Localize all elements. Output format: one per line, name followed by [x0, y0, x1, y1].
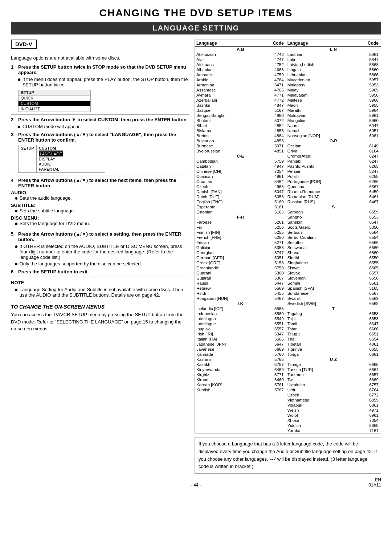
step-5-bullet-2: ● Only the languages supported by the di… — [15, 261, 189, 267]
lang-name-left: Frisian — [195, 240, 259, 245]
lang-name-right: Nepali — [286, 128, 354, 133]
table-row: Azerbaijani4772Maltese5966 — [195, 98, 381, 103]
right-column: Language Code Language Code A-BL-NAbkhaz… — [195, 40, 381, 474]
lang-code-left: 7254 — [259, 169, 286, 174]
lang-name-left: Irish [IRI] — [195, 331, 259, 337]
step-5-num: 5 — [11, 231, 16, 237]
lang-name-left: Esperanto — [195, 204, 259, 209]
section-header-right: S — [286, 204, 381, 209]
lang-name-left — [195, 403, 259, 408]
lang-name-left: Basque — [195, 108, 259, 113]
lang-code-left: 4748 — [259, 52, 286, 57]
lang-code-left: 4663 — [259, 67, 286, 72]
lang-code-right: 6560 — [354, 250, 381, 255]
note-bullet-1: ● Language Setting for Audio and Subtitl… — [15, 287, 189, 298]
subtitle-label: SUBTITLE: — [11, 203, 189, 208]
lang-code-left: 4752 — [259, 62, 286, 67]
lang-code-left: 4851 — [259, 148, 286, 154]
menu-diag2-left: SETUP — [19, 145, 37, 172]
table-row: Yoruba7161 — [195, 428, 381, 433]
disc-menu-bullet: ● Sets the language for DVD menu. — [15, 221, 189, 227]
page-title: CHANGING THE DVD SETUP ITEMS — [11, 7, 381, 19]
lang-code-left — [259, 428, 286, 433]
lang-code-right: 5861 — [354, 52, 381, 57]
lang-code-left: 5565 — [259, 306, 286, 311]
audio-bullet: ● Sets the audio language. — [15, 195, 189, 201]
col4-header: Code — [354, 40, 381, 47]
lang-name-right: Panjabi — [286, 159, 354, 164]
lang-code-left: 5760 — [259, 352, 286, 357]
lang-code-right: 6568 — [354, 301, 381, 306]
lang-code-left: 5047 — [259, 189, 286, 194]
table-row: Wolof6961 — [195, 413, 381, 418]
table-row: Icelandic [ICE]5565T — [195, 306, 381, 311]
table-row: Hebrew5569Spanish [SPA]5165 — [195, 286, 381, 291]
lang-code-right: 6550 — [354, 255, 381, 260]
menu-diag2-header: CUSTOM — [39, 146, 63, 151]
lang-code-left: 5271 — [259, 240, 286, 245]
lang-code-right: 6554 — [354, 235, 381, 240]
table-row: Kashmiri5765U-Z — [195, 357, 381, 362]
footer-page: – 44 – — [134, 482, 258, 488]
lang-name-left: Azerbaijani — [195, 98, 259, 103]
table-row: Indonesian5560Tagalog6658 — [195, 311, 381, 316]
lang-name-right: Serbian — [286, 230, 354, 235]
section-header-left: I-K — [195, 301, 286, 306]
lang-name-right: Urdu — [286, 387, 354, 392]
step-5-text: Press the Arrow buttons (▲/▼) to select … — [18, 231, 189, 242]
lang-name-left: Bislama — [195, 128, 259, 133]
lang-name-right: Polish — [286, 174, 354, 179]
table-row: Javanese5669Tigrinya6655 — [195, 347, 381, 352]
lang-name-left: Byelorussian — [195, 148, 259, 154]
menu-diag2-parental: PARENTAL — [39, 167, 63, 172]
lang-name-right: Moldavian — [286, 113, 354, 118]
table-row: Bashkir4847Maori5955 — [195, 103, 381, 108]
table-row: Hungarian [HUN]5467Swahili6569 — [195, 296, 381, 301]
table-row: Yiddish5655 — [195, 423, 381, 428]
lang-name-right: Quechua — [286, 184, 354, 189]
lang-name-left: Kazakh — [195, 362, 259, 367]
menu-diag1-initialize: INITIALIZE — [19, 106, 90, 112]
lang-name-left: Greek [GRE] — [195, 260, 259, 265]
step-1-bullet: ● If the menu does not appear, press the… — [17, 77, 189, 87]
table-row: Kirundi6460Twi6669 — [195, 377, 381, 382]
lang-name-left: Cambodian — [195, 159, 259, 164]
section-header-right: L-N — [286, 47, 381, 52]
lang-name-left: Aymara — [195, 93, 259, 98]
lang-code-left: 4759 — [259, 72, 286, 77]
lang-name-left: Amharic — [195, 72, 259, 77]
lang-code-right: 5866 — [354, 72, 381, 77]
lang-code-right: 6247 — [354, 154, 381, 159]
lang-name-right: Slovak — [286, 270, 354, 276]
lang-code-right: 5960 — [354, 118, 381, 123]
lang-code-right: 5847 — [354, 57, 381, 62]
lang-name-right: Russian [RUS] — [286, 199, 354, 204]
lang-code-right: 6566 — [354, 240, 381, 245]
lang-code-left: 5358 — [259, 245, 286, 250]
lang-name-right: Yoruba — [286, 428, 354, 433]
lang-code-right: 6467 — [354, 199, 381, 204]
lang-code-right: 4861 — [354, 342, 381, 347]
lang-name-right: Sanskrit — [286, 220, 354, 225]
lang-code-left: 5557 — [259, 326, 286, 331]
section-header-right: O-R — [286, 138, 381, 143]
lang-code-left: 5647 — [259, 342, 286, 347]
bullet-icon-2: ● — [17, 124, 21, 130]
lang-code-left: 5261 — [259, 220, 286, 225]
lang-name-right: Portuguese [POR] — [286, 179, 354, 184]
lang-code-left: 5447 — [259, 281, 286, 286]
dvd-v-badge: DVD-V — [11, 40, 37, 49]
lang-name-left: Afrikaans — [195, 62, 259, 67]
lang-name-left: English [ENG] — [195, 199, 259, 204]
lang-code-left — [259, 413, 286, 418]
lang-code-right: 5964 — [354, 108, 381, 113]
lang-name-right: Latvian;Lettish — [286, 62, 354, 67]
section-header-right: T — [286, 306, 381, 311]
lang-name-left: Faroese — [195, 220, 259, 225]
lang-name-right: Swahili — [286, 296, 354, 301]
lang-name-right: Scots Gaelic — [286, 225, 354, 230]
subtitle-bullet-text: Sets the subtitle language. — [20, 208, 75, 213]
lang-code-left: 5161 — [259, 204, 286, 209]
lang-code-right: 6569 — [354, 296, 381, 301]
lang-code-left: 5771 — [259, 372, 286, 377]
